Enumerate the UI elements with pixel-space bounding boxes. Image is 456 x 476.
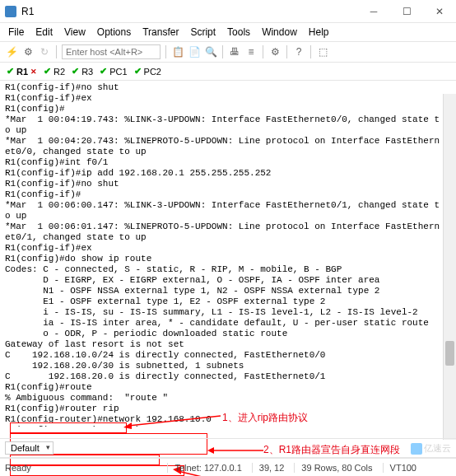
terminal-line: *Mar 1 00:06:01.147: %LINEPROTO-5-UPDOWN…: [5, 222, 451, 232]
check-icon: ✔: [72, 66, 79, 77]
menu-bar: File Edit View Options Transfer Script T…: [0, 23, 456, 41]
check-icon: ✔: [44, 66, 51, 77]
quick-connect-icon[interactable]: ⚙: [21, 45, 35, 58]
terminal-line: R1(config-if)#no shut: [5, 82, 451, 93]
terminal-line: o up: [5, 211, 451, 222]
menu-window[interactable]: Window: [257, 25, 302, 40]
menu-options[interactable]: Options: [92, 25, 136, 40]
toolbar-separator: [286, 45, 287, 58]
watermark: 亿速云: [411, 442, 451, 455]
session-options-icon[interactable]: ⚙: [268, 45, 282, 58]
properties-icon[interactable]: ≡: [244, 45, 258, 58]
paste-icon[interactable]: 📄: [188, 45, 201, 58]
menu-edit[interactable]: Edit: [30, 25, 58, 40]
check-icon: ✔: [100, 66, 107, 77]
terminal-line: *Mar 1 00:04:19.743: %LINK-3-UPDOWN: Int…: [5, 114, 451, 125]
toolbar-separator: [56, 45, 57, 58]
terminal-line: R1(config-if)#no shut: [5, 179, 451, 189]
toggle-icon[interactable]: ⬚: [316, 45, 329, 58]
find-icon[interactable]: 🔍: [204, 45, 217, 58]
toolbar-separator: [165, 45, 166, 58]
status-size: 39 Rows, 80 Cols: [294, 463, 372, 473]
menu-transfer[interactable]: Transfer: [137, 25, 184, 40]
toolbar-separator: [310, 45, 311, 58]
status-term-type: VT100: [383, 463, 416, 473]
session-select-bar: Default: [0, 438, 456, 458]
tab-r3[interactable]: ✔R3: [70, 65, 95, 77]
annotation-1: 1、进入rip路由协议: [222, 411, 308, 425]
terminal-line: et0/1, changed state to up: [5, 232, 451, 243]
terminal-line: C 192.168.20.0 is directly connected, Fa…: [5, 371, 451, 382]
app-icon: [5, 6, 16, 17]
terminal-line: E1 - OSPF external type 1, E2 - OSPF ext…: [5, 296, 451, 307]
menu-tools[interactable]: Tools: [222, 25, 255, 40]
close-tab-icon[interactable]: ✕: [30, 68, 37, 76]
terminal-line: et0/0, changed state to up: [5, 147, 451, 157]
terminal-line: Gateway of last resort is not set: [5, 339, 451, 350]
terminal-line: o up: [5, 125, 451, 136]
minimize-button[interactable]: ─: [357, 0, 390, 22]
watermark-text: 亿速云: [424, 442, 451, 455]
scroll-thumb[interactable]: [445, 341, 454, 366]
terminal-line: R1(config)#int f0/1: [5, 157, 451, 168]
menu-file[interactable]: File: [3, 25, 29, 40]
menu-script[interactable]: Script: [185, 25, 221, 40]
session-tabs: ✔R1 ✕ ✔R2 ✔R3 ✔PC1 ✔PC2: [0, 63, 456, 81]
session-dropdown[interactable]: Default: [5, 441, 54, 455]
terminal-line: R1(config-router)#network 192.168.20.0: [5, 425, 451, 427]
status-telnet: Telnet: 127.0.0.1: [167, 463, 241, 473]
tab-pc2[interactable]: ✔PC2: [133, 65, 163, 77]
terminal-line: R1(config-if)#ex: [5, 243, 451, 254]
copy-icon[interactable]: 📋: [171, 45, 184, 58]
check-icon: ✔: [7, 66, 14, 77]
close-button[interactable]: ✕: [423, 0, 456, 22]
tab-r1[interactable]: ✔R1 ✕: [5, 65, 39, 77]
terminal-line: R1(config)#do show ip route: [5, 254, 451, 264]
terminal-line: R1(config-if)#ex: [5, 93, 451, 104]
terminal-line: R1(config-if)#: [5, 189, 451, 200]
menu-help[interactable]: Help: [304, 25, 334, 40]
terminal-line: R1(config-if)#ip add 192.168.20.1 255.25…: [5, 168, 451, 179]
terminal-line: 192.168.20.0/30 is subnetted, 1 subnets: [5, 361, 451, 371]
status-ready: Ready: [5, 463, 31, 473]
status-bar: Ready Telnet: 127.0.0.1 39, 12 39 Rows, …: [0, 458, 456, 476]
terminal-line: C 192.168.10.0/24 is directly connected,…: [5, 350, 451, 361]
tab-pc1[interactable]: ✔PC1: [98, 65, 128, 77]
terminal-line: R1(config)#: [5, 104, 451, 114]
host-input[interactable]: [62, 44, 161, 59]
title-bar: R1 ─ ☐ ✕: [0, 0, 456, 23]
connect-icon[interactable]: ⚡: [5, 45, 18, 58]
window-title: R1: [21, 6, 34, 17]
terminal-line: i - IS-IS, su - IS-IS summary, L1 - IS-I…: [5, 307, 451, 318]
terminal-line: R1(config)#route: [5, 382, 451, 393]
terminal-line: ia - IS-IS inter area, * - candidate def…: [5, 318, 451, 329]
terminal-output[interactable]: R1(config-if)#no shutR1(config-if)#exR1(…: [0, 81, 456, 427]
toolbar-separator: [222, 45, 223, 58]
terminal-line: *Mar 1 00:06:00.147: %LINK-3-UPDOWN: Int…: [5, 200, 451, 211]
print-icon[interactable]: 🖶: [228, 45, 241, 58]
menu-view[interactable]: View: [59, 25, 91, 40]
terminal-line: Codes: C - connected, S - static, R - RI…: [5, 264, 451, 275]
toolbar-separator: [263, 45, 263, 58]
status-cursor-pos: 39, 12: [252, 463, 285, 473]
terminal-scrollbar[interactable]: [443, 94, 456, 440]
tab-r2[interactable]: ✔R2: [42, 65, 67, 77]
reconnect-icon[interactable]: ↻: [38, 45, 51, 58]
terminal-line: % Ambiguous command: "route ": [5, 393, 451, 404]
terminal-line: N1 - OSPF NSSA external type 1, N2 - OSP…: [5, 286, 451, 296]
maximize-button[interactable]: ☐: [390, 0, 423, 22]
help-icon[interactable]: ?: [292, 45, 305, 58]
watermark-logo-icon: [411, 443, 422, 455]
terminal-line: *Mar 1 00:04:20.743: %LINEPROTO-5-UPDOWN…: [5, 136, 451, 147]
terminal-line: D - EIGRP, EX - EIGRP external, O - OSPF…: [5, 275, 451, 286]
window-controls: ─ ☐ ✕: [357, 0, 456, 22]
toolbar: ⚡ ⚙ ↻ 📋 📄 🔍 🖶 ≡ ⚙ ? ⬚: [0, 41, 456, 63]
terminal-line: o - ODR, P - periodic downloaded static …: [5, 329, 451, 339]
check-icon: ✔: [134, 66, 142, 77]
